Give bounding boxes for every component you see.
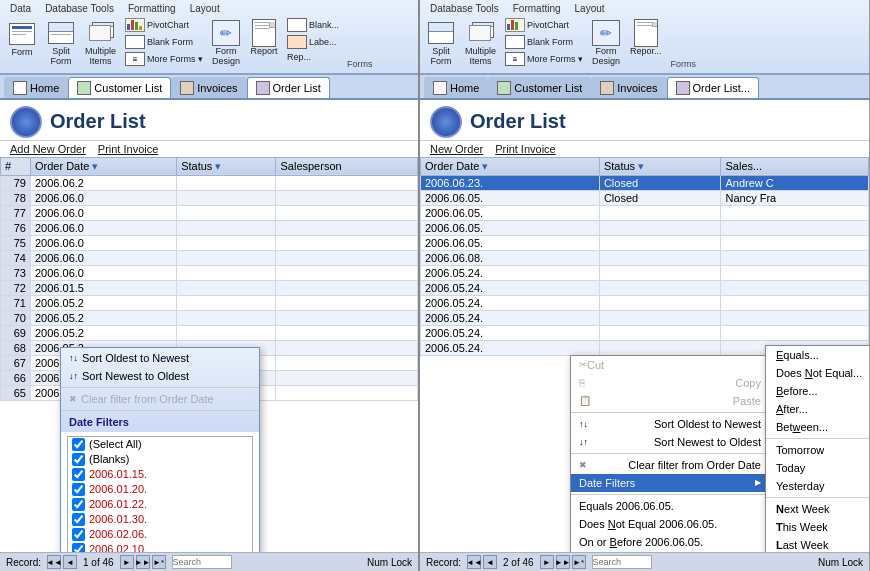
left-tab-order-list[interactable]: Order List xyxy=(247,77,330,98)
ctx-clear-filter[interactable]: ✖ Clear filter from Order Date xyxy=(571,456,769,474)
check-select-all[interactable]: (Select All) xyxy=(68,437,252,452)
ctx-not-equal-date[interactable]: Does Not Equal 2006.06.05. xyxy=(571,515,769,533)
check-select-all-input[interactable] xyxy=(72,438,85,451)
right-tab-customer-list[interactable]: Customer List xyxy=(488,77,591,98)
table-row[interactable]: 792006.06.2 xyxy=(1,175,418,190)
table-row[interactable]: 782006.06.0 xyxy=(1,190,418,205)
add-new-order-link[interactable]: Add New Order xyxy=(10,143,86,155)
right-table-wrapper[interactable]: Order Date ▾ Status ▾ Sales... 2006.06.2… xyxy=(420,157,869,357)
left-tab-invoices[interactable]: Invoices xyxy=(171,77,246,98)
check-date-6-input[interactable] xyxy=(72,543,85,552)
right-tab-layout[interactable]: Layout xyxy=(569,2,611,15)
table-row[interactable]: 772006.06.0 xyxy=(1,205,418,220)
table-row[interactable]: 2006.05.24. xyxy=(421,265,869,280)
table-row[interactable]: 2006.06.05.ClosedNancy Fra xyxy=(421,190,869,205)
blank-report-button[interactable]: Blank... xyxy=(285,17,341,33)
sub-between[interactable]: Between... xyxy=(766,418,869,436)
more-forms-button-left[interactable]: ≡ More Forms ▾ xyxy=(123,51,205,67)
sub-equals[interactable]: Equals... xyxy=(766,346,869,364)
clear-filter-btn[interactable]: ✖ Clear filter from Order Date xyxy=(61,390,259,408)
table-row[interactable]: 702006.05.2 xyxy=(1,310,418,325)
sub-not-equal[interactable]: Does Not Equal... xyxy=(766,364,869,382)
right-pivot-chart-button[interactable]: PivotChart xyxy=(503,17,585,33)
left-nav-first[interactable]: ◄◄ xyxy=(47,555,61,569)
sub-today[interactable]: Today xyxy=(766,459,869,477)
new-order-link[interactable]: New Order xyxy=(430,143,483,155)
rep-button[interactable]: Rep... xyxy=(285,51,341,63)
ctx-equals-date[interactable]: Equals 2006.06.05. xyxy=(571,497,769,515)
ctx-on-or-before[interactable]: On or Before 2006.06.05. xyxy=(571,533,769,551)
report-button-left[interactable]: Report xyxy=(247,17,281,59)
right-col-order-date-header[interactable]: Order Date ▾ xyxy=(421,157,600,175)
right-split-form-button[interactable]: SplitForm xyxy=(424,17,458,69)
right-report-button[interactable]: Repor... xyxy=(627,17,665,59)
right-blank-form-button[interactable]: Blank Form xyxy=(503,34,585,50)
left-tab-layout[interactable]: Layout xyxy=(184,2,226,15)
check-date-3-input[interactable] xyxy=(72,498,85,511)
right-tab-formatting[interactable]: Formatting xyxy=(507,2,567,15)
right-tab-database-tools[interactable]: Database Tools xyxy=(424,2,505,15)
right-search-input[interactable] xyxy=(592,555,652,569)
left-tab-formatting[interactable]: Formatting xyxy=(122,2,182,15)
sub-last-week[interactable]: Last Week xyxy=(766,536,869,552)
table-row[interactable]: 2006.05.24. xyxy=(421,295,869,310)
table-row[interactable]: 2006.06.05. xyxy=(421,235,869,250)
multiple-items-button[interactable]: MultipleItems xyxy=(82,17,119,69)
right-form-design-button[interactable]: ✏ FormDesign xyxy=(589,17,623,69)
check-date-1-input[interactable] xyxy=(72,468,85,481)
check-date-1[interactable]: 2006.01.15. xyxy=(68,467,252,482)
pivot-chart-button[interactable]: PivotChart xyxy=(123,17,205,33)
left-tab-data[interactable]: Data xyxy=(4,2,37,15)
table-row[interactable]: 2006.05.24. xyxy=(421,310,869,325)
table-row[interactable]: 2006.05.24. xyxy=(421,325,869,340)
split-form-button[interactable]: SplitForm xyxy=(44,17,78,69)
ctx-sort-oldest[interactable]: ↑↓ Sort Oldest to Newest xyxy=(571,415,769,433)
sub-after[interactable]: After... xyxy=(766,400,869,418)
check-date-5[interactable]: 2006.02.06. xyxy=(68,527,252,542)
blank-form-button[interactable]: Blank Form xyxy=(123,34,205,50)
left-tab-customer-list[interactable]: Customer List xyxy=(68,77,171,98)
sub-yesterday[interactable]: Yesterday xyxy=(766,477,869,495)
sort-oldest-btn[interactable]: ↑↓ Sort Oldest to Newest xyxy=(61,349,259,367)
sub-tomorrow[interactable]: Tomorrow xyxy=(766,441,869,459)
right-multiple-items-button[interactable]: MultipleItems xyxy=(462,17,499,69)
table-row[interactable]: 742006.06.0 xyxy=(1,250,418,265)
table-row[interactable]: 752006.06.0 xyxy=(1,235,418,250)
left-nav-new[interactable]: ►* xyxy=(152,555,166,569)
table-row[interactable]: 762006.06.0 xyxy=(1,220,418,235)
ctx-on-or-after[interactable]: On or After 2006.06.05. xyxy=(571,551,769,552)
table-row[interactable]: 2006.05.24. xyxy=(421,280,869,295)
col-num-header[interactable]: # xyxy=(1,157,31,175)
sub-next-week[interactable]: Next Week xyxy=(766,500,869,518)
sort-newest-btn[interactable]: ↓↑ Sort Newest to Oldest xyxy=(61,367,259,385)
left-nav-next[interactable]: ► xyxy=(120,555,134,569)
table-row[interactable]: 712006.05.2 xyxy=(1,295,418,310)
table-row[interactable]: 722006.01.5 xyxy=(1,280,418,295)
check-date-4[interactable]: 2006.01.30. xyxy=(68,512,252,527)
right-nav-first[interactable]: ◄◄ xyxy=(467,555,481,569)
check-date-6[interactable]: 2006.02.10. xyxy=(68,542,252,552)
sub-before[interactable]: Before... xyxy=(766,382,869,400)
table-row[interactable]: 2006.06.05. xyxy=(421,220,869,235)
col-status-header[interactable]: Status ▾ xyxy=(177,157,276,175)
check-date-2[interactable]: 2006.01.20. xyxy=(68,482,252,497)
left-tab-database-tools[interactable]: Database Tools xyxy=(39,2,120,15)
table-row[interactable]: 692006.05.2 xyxy=(1,325,418,340)
ctx-sort-newest[interactable]: ↓↑ Sort Newest to Oldest xyxy=(571,433,769,451)
right-tab-home[interactable]: Home xyxy=(424,77,488,98)
right-nav-prev[interactable]: ◄ xyxy=(483,555,497,569)
col-order-date-header[interactable]: Order Date ▾ xyxy=(31,157,177,175)
table-row[interactable]: 2006.06.08. xyxy=(421,250,869,265)
more-forms-button-right[interactable]: ≡ More Forms ▾ xyxy=(503,51,585,67)
check-date-5-input[interactable] xyxy=(72,528,85,541)
left-search-input[interactable] xyxy=(172,555,232,569)
table-row[interactable]: 2006.06.05. xyxy=(421,205,869,220)
check-date-3[interactable]: 2006.01.22. xyxy=(68,497,252,512)
right-nav-new[interactable]: ►* xyxy=(572,555,586,569)
right-col-status-header[interactable]: Status ▾ xyxy=(599,157,721,175)
form-button[interactable]: Form xyxy=(4,17,40,61)
filter-checklist[interactable]: (Select All) (Blanks) 2006.01.15. 2 xyxy=(67,436,253,552)
col-salesperson-header[interactable]: Salesperson xyxy=(276,157,418,175)
right-col-sales-header[interactable]: Sales... xyxy=(721,157,869,175)
right-print-invoice-link[interactable]: Print Invoice xyxy=(495,143,556,155)
